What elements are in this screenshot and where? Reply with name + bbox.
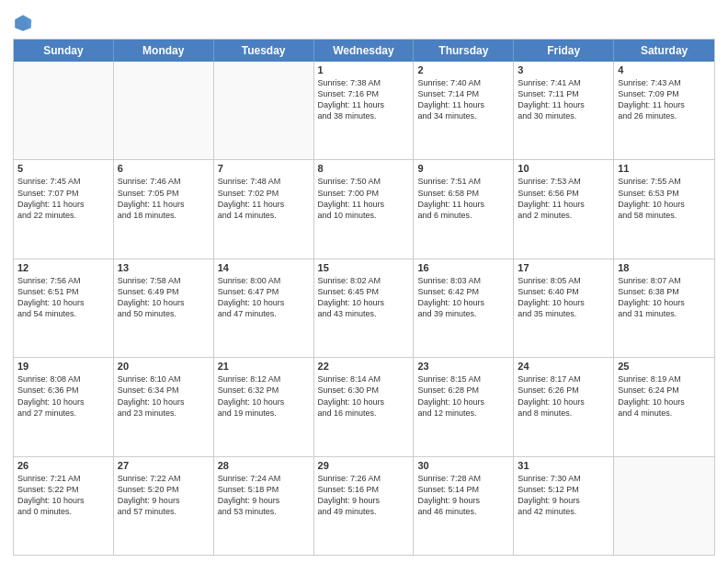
cell-info-line: Daylight: 11 hours	[17, 199, 109, 210]
cell-info-line: Sunset: 7:16 PM	[318, 88, 410, 99]
cell-info-line: and 22 minutes.	[17, 210, 109, 221]
calendar-cell-4: 4Sunrise: 7:43 AMSunset: 7:09 PMDaylight…	[614, 62, 714, 159]
cell-info-line: and 35 minutes.	[518, 308, 609, 319]
day-number: 30	[417, 460, 509, 471]
cell-info-line: Sunrise: 7:26 AM	[318, 473, 410, 484]
cell-info-line: and 8 minutes.	[518, 408, 609, 419]
cell-info-line: Sunset: 7:05 PM	[118, 188, 210, 199]
cell-info-line: Daylight: 10 hours	[618, 297, 711, 308]
cell-info-line: and 30 minutes.	[518, 110, 609, 121]
cell-info-line: Daylight: 10 hours	[218, 297, 310, 308]
cell-info-line: Sunrise: 8:08 AM	[17, 373, 109, 385]
cell-info-line: and 58 minutes.	[618, 210, 711, 221]
day-number: 19	[17, 361, 109, 372]
day-number: 24	[518, 361, 609, 372]
cell-info-line: Sunset: 6:51 PM	[17, 286, 109, 297]
cell-info-line: Daylight: 10 hours	[518, 396, 609, 408]
cell-info-line: Daylight: 10 hours	[118, 297, 210, 308]
cell-info-line: Sunrise: 7:48 AM	[218, 176, 310, 187]
cell-info-line: and 4 minutes.	[618, 408, 711, 419]
cell-info-line: and 54 minutes.	[17, 308, 109, 319]
calendar-cell-25: 25Sunrise: 8:19 AMSunset: 6:24 PMDayligh…	[614, 358, 714, 455]
cell-info-line: and 16 minutes.	[318, 408, 410, 419]
calendar-cell-empty-0-2	[214, 62, 314, 159]
cell-info-line: Daylight: 11 hours	[318, 199, 410, 210]
cell-info-line: Daylight: 10 hours	[417, 297, 509, 308]
cell-info-line: Sunrise: 7:56 AM	[17, 275, 109, 286]
cell-info-line: Daylight: 11 hours	[518, 99, 609, 110]
cell-info-line: and 14 minutes.	[218, 210, 310, 221]
calendar-row-1: 1Sunrise: 7:38 AMSunset: 7:16 PMDaylight…	[14, 62, 714, 160]
cell-info-line: and 31 minutes.	[618, 308, 711, 319]
cell-info-line: Sunrise: 8:14 AM	[318, 373, 410, 385]
logo	[13, 13, 36, 33]
day-number: 8	[318, 163, 410, 174]
cell-info-line: Daylight: 9 hours	[417, 495, 509, 506]
cell-info-line: and 38 minutes.	[318, 110, 410, 121]
cell-info-line: and 0 minutes.	[17, 506, 109, 517]
cell-info-line: Sunset: 7:09 PM	[618, 88, 711, 99]
cell-info-line: Sunset: 6:32 PM	[218, 385, 310, 396]
cell-info-line: Sunset: 7:07 PM	[17, 188, 109, 199]
calendar-cell-22: 22Sunrise: 8:14 AMSunset: 6:30 PMDayligh…	[314, 358, 415, 455]
cell-info-line: Daylight: 11 hours	[318, 99, 410, 110]
cell-info-line: and 49 minutes.	[318, 506, 410, 517]
cell-info-line: and 43 minutes.	[318, 308, 410, 319]
calendar-cell-31: 31Sunrise: 7:30 AMSunset: 5:12 PMDayligh…	[514, 457, 614, 555]
cell-info-line: Daylight: 11 hours	[118, 199, 210, 210]
cell-info-line: and 2 minutes.	[518, 210, 609, 221]
calendar-cell-9: 9Sunrise: 7:51 AMSunset: 6:58 PMDaylight…	[414, 160, 514, 258]
day-number: 31	[518, 460, 609, 471]
cell-info-line: Sunrise: 8:05 AM	[518, 275, 609, 286]
day-number: 22	[318, 361, 410, 372]
cell-info-line: Daylight: 10 hours	[318, 396, 410, 408]
cell-info-line: Sunset: 6:58 PM	[417, 188, 509, 199]
calendar-cell-empty-0-1	[114, 62, 214, 159]
calendar-row-4: 19Sunrise: 8:08 AMSunset: 6:36 PMDayligh…	[14, 358, 714, 456]
cell-info-line: Sunrise: 8:07 AM	[618, 275, 711, 286]
calendar-cell-3: 3Sunrise: 7:41 AMSunset: 7:11 PMDaylight…	[514, 62, 614, 159]
day-number: 14	[218, 262, 310, 273]
calendar-cell-6: 6Sunrise: 7:46 AMSunset: 7:05 PMDaylight…	[114, 160, 214, 258]
cell-info-line: Daylight: 10 hours	[518, 297, 609, 308]
calendar-body: 1Sunrise: 7:38 AMSunset: 7:16 PMDaylight…	[14, 62, 714, 555]
header-day-monday: Monday	[114, 40, 214, 62]
calendar-cell-5: 5Sunrise: 7:45 AMSunset: 7:07 PMDaylight…	[14, 160, 114, 258]
cell-info-line: Sunset: 5:22 PM	[17, 484, 109, 495]
cell-info-line: Sunset: 5:20 PM	[118, 484, 210, 495]
cell-info-line: Sunrise: 8:12 AM	[218, 373, 310, 385]
calendar-cell-2: 2Sunrise: 7:40 AMSunset: 7:14 PMDaylight…	[414, 62, 514, 159]
cell-info-line: Sunrise: 7:53 AM	[518, 176, 609, 187]
calendar-cell-19: 19Sunrise: 8:08 AMSunset: 6:36 PMDayligh…	[14, 358, 114, 455]
header-day-saturday: Saturday	[614, 40, 714, 62]
cell-info-line: Daylight: 10 hours	[417, 396, 509, 408]
calendar-cell-21: 21Sunrise: 8:12 AMSunset: 6:32 PMDayligh…	[214, 358, 314, 455]
calendar-cell-18: 18Sunrise: 8:07 AMSunset: 6:38 PMDayligh…	[614, 259, 714, 357]
cell-info-line: Sunset: 7:00 PM	[318, 188, 410, 199]
calendar-cell-27: 27Sunrise: 7:22 AMSunset: 5:20 PMDayligh…	[114, 457, 214, 555]
day-number: 5	[17, 163, 109, 174]
cell-info-line: Daylight: 11 hours	[218, 199, 310, 210]
cell-info-line: Sunset: 6:28 PM	[417, 385, 509, 396]
cell-info-line: and 19 minutes.	[218, 408, 310, 419]
calendar-row-3: 12Sunrise: 7:56 AMSunset: 6:51 PMDayligh…	[14, 259, 714, 358]
calendar-cell-17: 17Sunrise: 8:05 AMSunset: 6:40 PMDayligh…	[514, 259, 614, 357]
day-number: 2	[417, 64, 509, 75]
calendar-cell-28: 28Sunrise: 7:24 AMSunset: 5:18 PMDayligh…	[214, 457, 314, 555]
calendar-cell-7: 7Sunrise: 7:48 AMSunset: 7:02 PMDaylight…	[214, 160, 314, 258]
calendar-cell-1: 1Sunrise: 7:38 AMSunset: 7:16 PMDaylight…	[314, 62, 415, 159]
day-number: 18	[618, 262, 711, 273]
cell-info-line: and 12 minutes.	[417, 408, 509, 419]
cell-info-line: Sunrise: 7:22 AM	[118, 473, 210, 484]
calendar-cell-20: 20Sunrise: 8:10 AMSunset: 6:34 PMDayligh…	[114, 358, 214, 455]
cell-info-line: Sunrise: 8:02 AM	[318, 275, 410, 286]
calendar-cell-16: 16Sunrise: 8:03 AMSunset: 6:42 PMDayligh…	[414, 259, 514, 357]
cell-info-line: and 57 minutes.	[118, 506, 210, 517]
cell-info-line: Sunrise: 8:10 AM	[118, 373, 210, 385]
cell-info-line: Daylight: 10 hours	[118, 396, 210, 408]
cell-info-line: Sunrise: 7:58 AM	[118, 275, 210, 286]
cell-info-line: and 50 minutes.	[118, 308, 210, 319]
cell-info-line: Sunrise: 8:19 AM	[618, 373, 711, 385]
day-number: 16	[417, 262, 509, 273]
cell-info-line: Daylight: 10 hours	[17, 495, 109, 506]
